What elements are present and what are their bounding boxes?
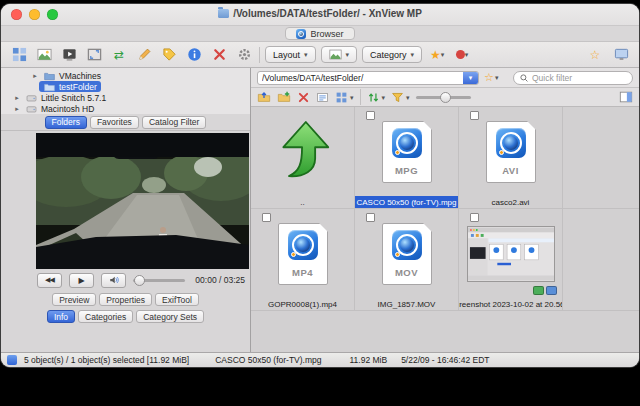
grid-item-empty [563,107,639,209]
size-handle[interactable] [440,92,451,103]
file-type-label: MP4 [279,267,327,278]
screenshot-thumbnail [467,226,555,282]
fullscreen-icon[interactable] [84,46,104,64]
browser-icon[interactable] [9,46,29,64]
thumbnail-size-slider[interactable] [416,92,471,103]
item-checkbox[interactable] [470,213,479,222]
delete-icon[interactable] [209,46,229,64]
disclosure-icon[interactable]: ▸ [13,94,21,102]
file-name: IMG_1857.MOV [355,298,458,310]
parent-folder-button[interactable] [257,90,271,104]
tab-preview[interactable]: Preview [52,293,96,306]
convert-icon[interactable]: ⇄ [109,46,129,64]
settings-icon[interactable] [234,46,254,64]
filter-dropdown[interactable]: ▾ [391,91,410,104]
info-icon[interactable] [184,46,204,64]
grid-view-icon [335,91,348,104]
seek-handle[interactable] [134,275,145,286]
edit-icon[interactable] [134,46,154,64]
tab-properties[interactable]: Properties [99,293,152,306]
tab-info[interactable]: Info [47,310,75,323]
color-label-dropdown[interactable]: ▾ [452,46,472,64]
path-field[interactable]: ▾ [257,71,479,85]
xnview-window: /Volumes/DATA/testFolder/ - XnView MP Br… [1,4,639,367]
play-button[interactable]: ▶ [69,273,94,288]
favorites-star-icon[interactable]: ☆ [585,46,605,64]
disclosure-icon[interactable]: ▸ [13,105,21,113]
volume-button[interactable] [101,273,126,288]
grid-item-avi[interactable]: AVI casco2.avi [459,107,563,209]
quick-filter-input[interactable] [532,73,627,83]
favorite-path-button[interactable]: ☆ ▾ [484,72,498,83]
rewind-button[interactable]: ◀◀ [37,273,62,288]
logo-dot [499,150,504,155]
tab-browser[interactable]: Browser [285,27,354,40]
file-icon: AVI [486,121,536,183]
grid-item-mpg[interactable]: MPG CASCO 50x50 (for-TV).mpg [355,107,459,209]
layout-dropdown[interactable]: Layout ▾ [265,46,316,63]
path-input[interactable] [258,72,463,84]
item-checkbox[interactable] [366,111,375,120]
rating-dropdown[interactable]: ★ ▾ [427,46,447,64]
disclosure-icon[interactable]: ▸ [31,72,39,80]
view-options-icon[interactable] [316,91,329,104]
file-type-label: MOV [383,267,431,278]
tree-item-label: Little Snitch 5.7.1 [41,93,106,103]
tab-folders[interactable]: Folders [45,116,87,129]
chevron-down-icon: ▾ [469,74,473,81]
tree-item-testfolder[interactable]: testFolder [1,81,250,92]
tab-categories[interactable]: Categories [78,310,133,323]
window-title-area: /Volumes/DATA/testFolder/ - XnView MP [1,8,639,19]
grid-item-parent[interactable]: .. [251,107,355,209]
star-outline-icon: ☆ [484,72,494,83]
chevron-down-icon: ▾ [406,94,410,101]
chevron-down-icon: ▾ [411,51,415,58]
logo-dot [395,252,400,257]
view-mode-dropdown[interactable]: ▾ [335,91,354,104]
item-checkbox[interactable] [470,111,479,120]
quick-filter-field[interactable] [513,71,633,85]
monitor-icon[interactable] [611,46,631,64]
panel-tabs-row2: Info Categories Category Sets [1,308,250,325]
browser-toolbar: ▾ ▾ ▾ [251,88,639,107]
grid-item-mp4[interactable]: MP4 GOPR0008(1).mp4 [251,209,355,311]
file-name: GOPR0008(1).mp4 [251,298,354,310]
viewer-icon[interactable] [34,46,54,64]
format-badge-icon [546,286,557,295]
seek-slider[interactable] [133,275,185,286]
new-folder-button[interactable] [277,90,291,104]
status-summary: 5 object(s) / 1 object(s) selected [11.9… [24,355,189,365]
sidebar-tabs: Folders Favorites Catalog Filter [1,114,250,131]
grid-item-mov[interactable]: MOV IMG_1857.MOV [355,209,459,311]
file-icon: MP4 [278,223,328,285]
tree-item-macintosh-hd[interactable]: ▸ Macintosh HD [1,103,250,114]
grid-item-screenshot[interactable]: Screenshot 2023-10-02 at 20.56... [459,209,563,311]
chevron-down-icon: ▾ [495,74,499,81]
info-panel-toggle[interactable] [619,90,633,104]
tab-catalog-filter[interactable]: Catalog Filter [142,116,207,129]
view-size-dropdown[interactable]: ▾ [321,46,358,63]
tree-item-little-snitch[interactable]: ▸ Little Snitch 5.7.1 [1,92,250,103]
chevron-down-icon: ▾ [304,51,308,58]
category-dropdown[interactable]: Category ▾ [362,46,422,63]
folder-icon [43,81,56,93]
tab-favorites[interactable]: Favorites [90,116,139,129]
tab-exiftool[interactable]: ExifTool [155,293,199,306]
path-bar: ▾ ☆ ▾ [251,68,639,88]
tree-item-vmachines[interactable]: ▸ VMachines [1,70,250,81]
file-icon: MOV [382,223,432,285]
xnview-logo-icon [288,230,318,260]
file-type-label: AVI [487,165,535,176]
star-icon: ★ [430,49,441,61]
tab-category-sets[interactable]: Category Sets [136,310,204,323]
item-checkbox[interactable] [262,213,271,222]
item-checkbox[interactable] [366,213,375,222]
xnview-logo-icon [296,29,306,39]
delete-file-button[interactable] [297,91,310,104]
path-dropdown-button[interactable]: ▾ [463,72,478,84]
folder-tree: ▸ VMachines testFolder ▸ [1,68,250,114]
tag-icon[interactable] [159,46,179,64]
sort-dropdown[interactable]: ▾ [367,91,386,104]
video-frame [36,133,249,269]
slideshow-icon[interactable] [59,46,79,64]
